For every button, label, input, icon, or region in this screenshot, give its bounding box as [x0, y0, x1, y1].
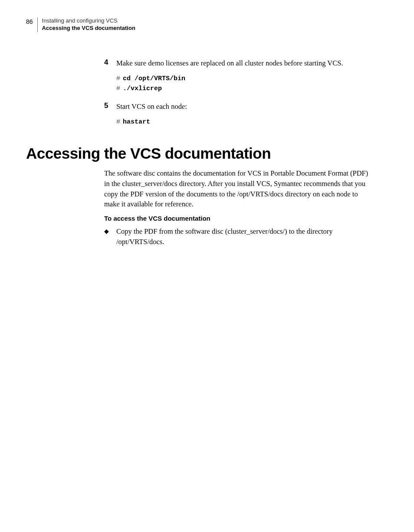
diamond-bullet-icon: ◆: [104, 226, 116, 247]
code-line: #hastart: [116, 117, 371, 127]
step-4-code: #cd /opt/VRTS/bin #./vxlicrep: [116, 74, 371, 94]
document-page: 86 Installing and configuring VCS Access…: [0, 0, 414, 532]
command-text: ./vxlicrep: [123, 85, 162, 92]
step-4-row: 4 Make sure demo licenses are replaced o…: [104, 58, 371, 68]
page-number: 86: [26, 17, 37, 25]
section-body: The software disc contains the documenta…: [104, 168, 371, 248]
bullet-text: Copy the PDF from the software disc (clu…: [116, 226, 371, 247]
step-4-block: 4 Make sure demo licenses are replaced o…: [104, 58, 371, 127]
step-5-code: #hastart: [116, 117, 371, 127]
section-heading: Accessing the VCS documentation: [26, 145, 371, 162]
prompt-icon: #: [116, 118, 120, 126]
step-5-row: 5 Start VCS on each node:: [104, 101, 371, 111]
sub-heading: To access the VCS documentation: [104, 215, 371, 222]
command-text: cd /opt/VRTS/bin: [123, 75, 185, 82]
page-header: 86 Installing and configuring VCS Access…: [26, 17, 371, 32]
chapter-title: Installing and configuring VCS: [42, 17, 135, 25]
command-text: hastart: [123, 118, 150, 126]
step-4-number: 4: [104, 58, 116, 68]
code-line: #./vxlicrep: [116, 84, 371, 94]
prompt-icon: #: [116, 85, 120, 92]
code-line: #cd /opt/VRTS/bin: [116, 74, 371, 84]
prompt-icon: #: [116, 75, 120, 82]
header-divider: [37, 17, 38, 32]
section-paragraph: The software disc contains the documenta…: [104, 168, 371, 210]
step-4-text: Make sure demo licenses are replaced on …: [116, 58, 371, 68]
step-5-number: 5: [104, 101, 116, 111]
step-5-text: Start VCS on each node:: [116, 101, 371, 111]
header-section-title: Accessing the VCS documentation: [42, 25, 135, 32]
header-text-block: Installing and configuring VCS Accessing…: [42, 17, 135, 32]
bullet-row: ◆ Copy the PDF from the software disc (c…: [104, 226, 371, 247]
